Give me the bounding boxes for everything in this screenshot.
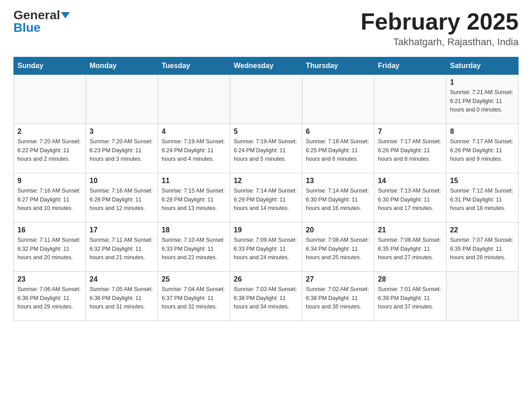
day-cell: 11Sunrise: 7:15 AM Sunset: 6:28 PM Dayli…: [158, 173, 230, 223]
day-number: 22: [450, 226, 515, 234]
day-cell: 17Sunrise: 7:11 AM Sunset: 6:32 PM Dayli…: [86, 223, 158, 272]
week-row-3: 9Sunrise: 7:16 AM Sunset: 6:27 PM Daylig…: [14, 173, 519, 223]
day-number: 4: [162, 128, 226, 136]
day-cell: 14Sunrise: 7:13 AM Sunset: 6:30 PM Dayli…: [374, 173, 446, 223]
day-info: Sunrise: 7:11 AM Sunset: 6:32 PM Dayligh…: [17, 236, 82, 262]
day-cell: [374, 75, 446, 124]
day-info: Sunrise: 7:14 AM Sunset: 6:29 PM Dayligh…: [234, 187, 298, 213]
day-number: 23: [17, 275, 82, 283]
calendar-table: SundayMondayTuesdayWednesdayThursdayFrid…: [13, 57, 519, 321]
day-info: Sunrise: 7:21 AM Sunset: 6:21 PM Dayligh…: [450, 88, 515, 114]
day-info: Sunrise: 7:20 AM Sunset: 6:23 PM Dayligh…: [90, 137, 154, 163]
week-row-5: 23Sunrise: 7:06 AM Sunset: 6:36 PM Dayli…: [14, 272, 519, 321]
title-block: February 2025 Takhatgarh, Rajasthan, Ind…: [360, 9, 519, 48]
week-row-4: 16Sunrise: 7:11 AM Sunset: 6:32 PM Dayli…: [14, 223, 519, 272]
day-cell: 26Sunrise: 7:03 AM Sunset: 6:38 PM Dayli…: [230, 272, 302, 321]
day-cell: 18Sunrise: 7:10 AM Sunset: 6:33 PM Dayli…: [158, 223, 230, 272]
day-cell: 24Sunrise: 7:05 AM Sunset: 6:36 PM Dayli…: [86, 272, 158, 321]
weekday-header-wednesday: Wednesday: [230, 57, 302, 75]
day-cell: 13Sunrise: 7:14 AM Sunset: 6:30 PM Dayli…: [302, 173, 374, 223]
day-number: 16: [17, 226, 82, 234]
day-info: Sunrise: 7:09 AM Sunset: 6:33 PM Dayligh…: [234, 236, 298, 262]
day-info: Sunrise: 7:16 AM Sunset: 6:28 PM Dayligh…: [90, 187, 154, 213]
day-number: 24: [90, 275, 154, 283]
weekday-header-saturday: Saturday: [446, 57, 519, 75]
day-info: Sunrise: 7:17 AM Sunset: 6:26 PM Dayligh…: [378, 137, 442, 163]
day-number: 15: [450, 177, 515, 185]
week-row-2: 2Sunrise: 7:20 AM Sunset: 6:22 PM Daylig…: [14, 124, 519, 173]
day-cell: 1Sunrise: 7:21 AM Sunset: 6:21 PM Daylig…: [446, 75, 519, 124]
day-number: 2: [17, 128, 82, 136]
day-cell: 19Sunrise: 7:09 AM Sunset: 6:33 PM Dayli…: [230, 223, 302, 272]
day-number: 18: [162, 226, 226, 234]
day-cell: 28Sunrise: 7:01 AM Sunset: 6:39 PM Dayli…: [374, 272, 446, 321]
day-cell: 6Sunrise: 7:18 AM Sunset: 6:25 PM Daylig…: [302, 124, 374, 173]
day-info: Sunrise: 7:13 AM Sunset: 6:30 PM Dayligh…: [378, 187, 442, 213]
day-info: Sunrise: 7:15 AM Sunset: 6:28 PM Dayligh…: [162, 187, 226, 213]
day-number: 27: [306, 275, 370, 283]
day-cell: 15Sunrise: 7:12 AM Sunset: 6:31 PM Dayli…: [446, 173, 519, 223]
day-number: 11: [162, 177, 226, 185]
day-info: Sunrise: 7:17 AM Sunset: 6:26 PM Dayligh…: [450, 137, 515, 163]
day-cell: 8Sunrise: 7:17 AM Sunset: 6:26 PM Daylig…: [446, 124, 519, 173]
day-info: Sunrise: 7:14 AM Sunset: 6:30 PM Dayligh…: [306, 187, 370, 213]
logo: General Blue: [13, 9, 70, 34]
day-info: Sunrise: 7:19 AM Sunset: 6:24 PM Dayligh…: [162, 137, 226, 163]
day-number: 26: [234, 275, 298, 283]
day-cell: 12Sunrise: 7:14 AM Sunset: 6:29 PM Dayli…: [230, 173, 302, 223]
day-number: 13: [306, 177, 370, 185]
day-cell: [446, 272, 519, 321]
day-info: Sunrise: 7:02 AM Sunset: 6:38 PM Dayligh…: [306, 285, 370, 311]
day-cell: 7Sunrise: 7:17 AM Sunset: 6:26 PM Daylig…: [374, 124, 446, 173]
day-cell: 21Sunrise: 7:08 AM Sunset: 6:35 PM Dayli…: [374, 223, 446, 272]
day-cell: 9Sunrise: 7:16 AM Sunset: 6:27 PM Daylig…: [14, 173, 86, 223]
day-info: Sunrise: 7:07 AM Sunset: 6:35 PM Dayligh…: [450, 236, 515, 262]
day-number: 1: [450, 78, 515, 86]
day-cell: 20Sunrise: 7:08 AM Sunset: 6:34 PM Dayli…: [302, 223, 374, 272]
day-number: 6: [306, 128, 370, 136]
day-info: Sunrise: 7:11 AM Sunset: 6:32 PM Dayligh…: [90, 236, 154, 262]
day-cell: 23Sunrise: 7:06 AM Sunset: 6:36 PM Dayli…: [14, 272, 86, 321]
logo-blue: Blue: [13, 21, 41, 34]
day-number: 21: [378, 226, 442, 234]
day-number: 25: [162, 275, 226, 283]
day-info: Sunrise: 7:06 AM Sunset: 6:36 PM Dayligh…: [17, 285, 82, 311]
weekday-header-sunday: Sunday: [14, 57, 86, 75]
day-number: 14: [378, 177, 442, 185]
day-cell: 4Sunrise: 7:19 AM Sunset: 6:24 PM Daylig…: [158, 124, 230, 173]
day-cell: 10Sunrise: 7:16 AM Sunset: 6:28 PM Dayli…: [86, 173, 158, 223]
day-cell: [158, 75, 230, 124]
day-cell: 3Sunrise: 7:20 AM Sunset: 6:23 PM Daylig…: [86, 124, 158, 173]
logo-general: General: [13, 9, 60, 21]
day-cell: [302, 75, 374, 124]
page-header: General Blue February 2025 Takhatgarh, R…: [13, 9, 519, 48]
day-cell: [230, 75, 302, 124]
day-cell: 2Sunrise: 7:20 AM Sunset: 6:22 PM Daylig…: [14, 124, 86, 173]
weekday-header-monday: Monday: [86, 57, 158, 75]
weekday-header-row: SundayMondayTuesdayWednesdayThursdayFrid…: [14, 57, 519, 75]
day-cell: [14, 75, 86, 124]
day-info: Sunrise: 7:16 AM Sunset: 6:27 PM Dayligh…: [17, 187, 82, 213]
weekday-header-friday: Friday: [374, 57, 446, 75]
day-info: Sunrise: 7:08 AM Sunset: 6:35 PM Dayligh…: [378, 236, 442, 262]
day-number: 12: [234, 177, 298, 185]
day-info: Sunrise: 7:19 AM Sunset: 6:24 PM Dayligh…: [234, 137, 298, 163]
day-number: 9: [17, 177, 82, 185]
day-cell: 27Sunrise: 7:02 AM Sunset: 6:38 PM Dayli…: [302, 272, 374, 321]
day-number: 8: [450, 128, 515, 136]
day-info: Sunrise: 7:20 AM Sunset: 6:22 PM Dayligh…: [17, 137, 82, 163]
day-number: 17: [90, 226, 154, 234]
logo-arrow-icon: [61, 12, 70, 18]
day-number: 3: [90, 128, 154, 136]
day-info: Sunrise: 7:08 AM Sunset: 6:34 PM Dayligh…: [306, 236, 370, 262]
week-row-1: 1Sunrise: 7:21 AM Sunset: 6:21 PM Daylig…: [14, 75, 519, 124]
day-info: Sunrise: 7:12 AM Sunset: 6:31 PM Dayligh…: [450, 187, 515, 213]
day-cell: 16Sunrise: 7:11 AM Sunset: 6:32 PM Dayli…: [14, 223, 86, 272]
day-info: Sunrise: 7:05 AM Sunset: 6:36 PM Dayligh…: [90, 285, 154, 311]
day-cell: 25Sunrise: 7:04 AM Sunset: 6:37 PM Dayli…: [158, 272, 230, 321]
day-number: 5: [234, 128, 298, 136]
weekday-header-thursday: Thursday: [302, 57, 374, 75]
day-cell: [86, 75, 158, 124]
day-info: Sunrise: 7:01 AM Sunset: 6:39 PM Dayligh…: [378, 285, 442, 311]
day-cell: 22Sunrise: 7:07 AM Sunset: 6:35 PM Dayli…: [446, 223, 519, 272]
